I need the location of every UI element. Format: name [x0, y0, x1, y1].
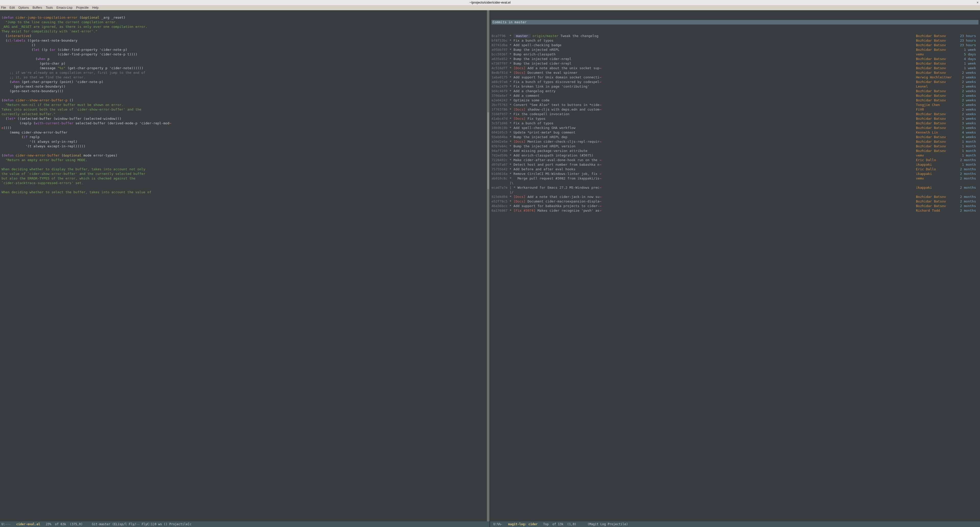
commit-row[interactable]: 7228402c * Make cider-after-eval-done-ho… — [492, 158, 978, 162]
commit-row[interactable]: bf8f53bc * Fix a bunch of typosBozhidar … — [492, 38, 978, 43]
right-pane[interactable]: Commits in master 8ca7f96 * master origi… — [490, 10, 980, 527]
commit-row[interactable]: 9d4c46f9 * Add a changelog entryBozhidar… — [492, 89, 978, 94]
kw-defun: defun — [3, 16, 14, 19]
commit-row[interactable]: 82741dba * Add spell-checking badgeBozhi… — [492, 43, 978, 48]
commit-row[interactable]: 7d2ed59b * Add enrich-classpath integrat… — [492, 153, 978, 158]
comment: ;; if we're already on a compilation err… — [2, 71, 145, 75]
menu-projectile[interactable]: Projectile — [76, 6, 89, 10]
window-title: ~/projects/cider/cider-eval.el — [469, 1, 511, 4]
menubar: File Edit Options Buffers Tools Emacs-Li… — [0, 5, 980, 10]
commit-row[interactable]: |\ — [492, 181, 978, 185]
fn-name: cider-jump-to-compilation-error — [16, 16, 78, 19]
commit-row[interactable]: ab910c8c * Merge pull request #3082 from… — [492, 176, 978, 181]
scrollbar-thumb[interactable] — [487, 112, 489, 189]
docstring: "Jump to the line causing the current co… — [2, 20, 118, 24]
modeline-left: U:--- cider-eval.el 23% of 63k (375,0) G… — [0, 521, 490, 527]
commit-row[interactable]: 93eb04ba * Bump the injected nREPL depBo… — [492, 135, 978, 139]
commit-row[interactable]: 370da4ef * Add a commentBozhidar Batsov2… — [492, 94, 978, 98]
commit-row[interactable]: e7387f07 * Bump the injected cider-nrepl… — [492, 61, 978, 66]
commit-row[interactable]: d97dfa07 * Detect host and port number f… — [492, 162, 978, 167]
commit-row[interactable]: 83b7e84c * Bump the injected nREPL versi… — [492, 144, 978, 149]
commit-row[interactable]: a95bbf07 * Bump the injected nREPLBozhid… — [492, 48, 978, 52]
commit-row[interactable]: 41abc47d * [Docs] Fix typosBozhidar Bats… — [492, 116, 978, 121]
commit-row[interactable]: e52f78c5 * [Docs] Document cider-macroex… — [492, 199, 978, 204]
commit-row[interactable]: bcc5936f * Bump enrich-classpathvemv5 da… — [492, 52, 978, 57]
commit-row[interactable]: 1aba0175 * Add support for Unix domain s… — [492, 75, 978, 80]
commit-row[interactable]: 474e2479 * Fix broken link in page 'cont… — [492, 84, 978, 89]
paren: ( — [2, 16, 3, 19]
commit-row[interactable]: e2e04242 * Optimize some codeBozhidar Ba… — [492, 98, 978, 103]
commit-row[interactable]: 823d4d04 * [Docs] Add a note that cider-… — [492, 194, 978, 199]
menu-tools[interactable]: Tools — [46, 6, 53, 10]
menu-options[interactable]: Options — [18, 6, 29, 10]
editor-split: (defun cider-jump-to-compilation-error (… — [0, 10, 980, 527]
commit-row[interactable]: a88c97a6 * Fix a bunch of typos discover… — [492, 80, 978, 84]
commit-row[interactable]: ecad7a7e | * Workaround for Emacs 27.2 M… — [492, 185, 978, 190]
scrollbar[interactable] — [487, 10, 490, 521]
magit-log-buffer[interactable]: Commits in master 8ca7f96 * master origi… — [490, 10, 980, 213]
menu-buffers[interactable]: Buffers — [32, 6, 42, 10]
commit-row[interactable]: 3c5f1d46 * Fix a bunch of typosBozhidar … — [492, 121, 978, 126]
commit-row[interactable]: 8ca7f96 * master origin/master Tweak the… — [492, 34, 978, 38]
buffer-name: cider-eval.el — [16, 522, 40, 526]
commit-row[interactable]: 604105c5 * Update *print-meta* bug comme… — [492, 130, 978, 135]
commit-row[interactable]: a635e852 * Bump the injected cider-nrepl… — [492, 57, 978, 61]
commit-row[interactable]: 4ba36bcc * Add support for babashka proj… — [492, 204, 978, 209]
code-buffer[interactable]: (defun cider-jump-to-compilation-error (… — [0, 10, 490, 200]
menu-edit[interactable]: Edit — [10, 6, 15, 10]
menu-help[interactable]: Help — [92, 6, 99, 10]
commit-row[interactable]: b160616a * Remove CircleCI MS-Windows-li… — [492, 172, 978, 176]
commit-row[interactable]: 75755b42 * Add before and after eval hoo… — [492, 167, 978, 172]
buffer-name: magit-log: cider — [508, 522, 538, 526]
commit-row[interactable]: 8edbf81d * [Docs] Document the eval spin… — [492, 70, 978, 75]
commit-row[interactable]: 3168f937 * Fix the codespell invocationB… — [492, 112, 978, 116]
commit-row[interactable]: 6a176867 * [Fix #3074] Makes cider recog… — [492, 209, 978, 213]
menu-file[interactable]: File — [1, 6, 6, 10]
commit-row[interactable]: 1f763f86 * [Docs] shadow-cljs with deps.… — [492, 107, 978, 112]
menu-emacs-lisp[interactable]: Emacs-Lisp — [56, 6, 73, 10]
close-icon[interactable]: × — [977, 1, 978, 4]
commit-row[interactable]: |/ — [492, 190, 978, 194]
commit-row[interactable]: 4c516dff * [Docs] Add a note about the u… — [492, 66, 978, 70]
commit-row[interactable]: 2bcf5763 * Convert "See Also" text to bu… — [492, 103, 978, 107]
left-pane[interactable]: (defun cider-jump-to-compilation-error (… — [0, 10, 490, 527]
commit-row[interactable]: 10b9b19b * Add spell-checking GHA workfl… — [492, 126, 978, 130]
titlebar: ~/projects/cider/cider-eval.el × — [0, 0, 980, 5]
commit-row[interactable]: a30d2e5e * [Docs] Mention cider-check-cl… — [492, 139, 978, 144]
commit-row[interactable]: 94aff280 * Add missing package-version a… — [492, 149, 978, 153]
magit-header: Commits in master — [492, 20, 978, 24]
modeline-right: U:%%- magit-log: cider Top of 13k (1,0) … — [490, 521, 980, 527]
